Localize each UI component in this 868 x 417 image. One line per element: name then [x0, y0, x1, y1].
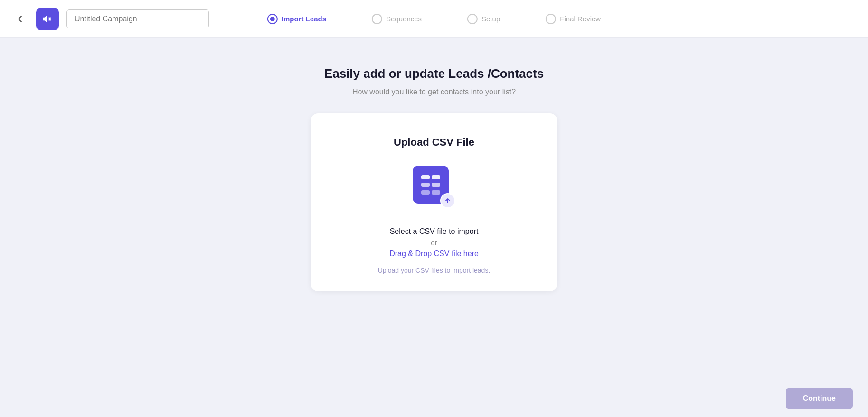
- continue-button[interactable]: Continue: [786, 388, 853, 409]
- page-title: Easily add or update Leads /Contacts: [324, 66, 544, 81]
- drag-drop-text: Drag & Drop CSV file here: [389, 250, 479, 258]
- step-sequences: Sequences: [372, 14, 422, 24]
- page-subtitle: How would you like to get contacts into …: [352, 88, 516, 96]
- upload-arrow-icon: [440, 193, 455, 208]
- step-line-1: [330, 19, 368, 19]
- step-setup: Setup: [467, 14, 500, 24]
- step-label-setup: Setup: [481, 15, 500, 23]
- select-file-text: Select a CSV file to import: [390, 227, 479, 236]
- app-logo: [36, 8, 59, 30]
- campaign-name-input[interactable]: [66, 9, 209, 28]
- step-circle-import-leads: [267, 14, 278, 24]
- or-text: or: [431, 239, 437, 247]
- step-label-final-review: Final Review: [560, 15, 601, 23]
- step-final-review: Final Review: [546, 14, 601, 24]
- header: Import Leads Sequences Setup Final Revie…: [0, 0, 868, 38]
- upload-hint: Upload your CSV files to import leads.: [378, 267, 491, 274]
- step-label-sequences: Sequences: [386, 15, 422, 23]
- step-import-leads: Import Leads: [267, 14, 326, 24]
- step-circle-sequences: [372, 14, 382, 24]
- stepper: Import Leads Sequences Setup Final Revie…: [267, 14, 601, 24]
- upload-icon-area: [413, 166, 455, 208]
- upload-card-title: Upload CSV File: [394, 136, 474, 148]
- upload-card[interactable]: Upload CSV File: [311, 113, 557, 291]
- main-content: Easily add or update Leads /Contacts How…: [0, 38, 868, 329]
- step-line-3: [504, 19, 542, 19]
- header-left: [11, 8, 209, 30]
- step-circle-setup: [467, 14, 478, 24]
- step-circle-final-review: [546, 14, 556, 24]
- footer: Continue: [0, 380, 868, 417]
- back-button[interactable]: [11, 10, 28, 28]
- step-label-import-leads: Import Leads: [282, 15, 326, 23]
- step-line-2: [425, 19, 463, 19]
